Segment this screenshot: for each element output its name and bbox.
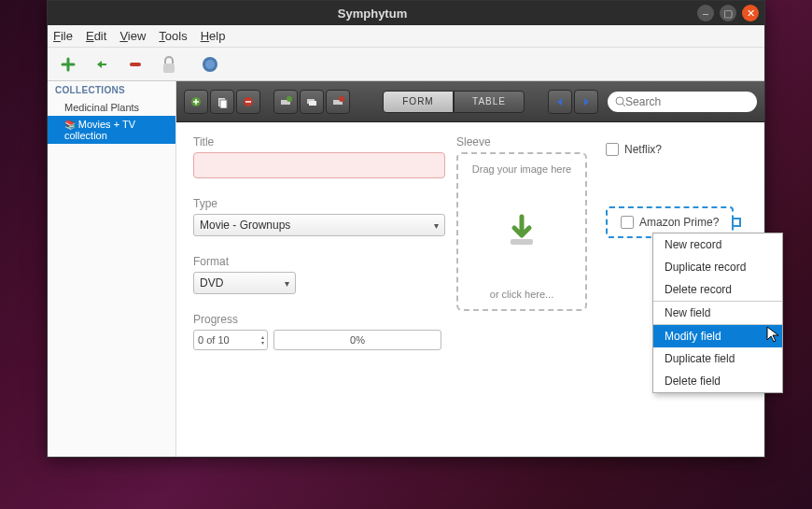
menu-edit[interactable]: Edit <box>86 29 106 43</box>
svg-point-3 <box>205 60 215 69</box>
svg-point-13 <box>339 96 344 102</box>
amazon-checkbox[interactable] <box>621 216 634 229</box>
resize-handle-icon[interactable] <box>732 218 741 227</box>
netflix-field[interactable]: Netflix? <box>606 143 662 156</box>
field-dup-icon[interactable] <box>300 90 324 114</box>
cursor-icon <box>766 326 779 343</box>
sleeve-hint-bottom: or click here... <box>490 289 553 300</box>
ctx-delete-record[interactable]: Delete record <box>653 278 782 301</box>
view-form-button[interactable]: FORM <box>383 91 454 113</box>
menu-view[interactable]: View <box>119 29 146 43</box>
menu-file[interactable]: File <box>53 29 73 43</box>
svg-rect-6 <box>220 100 227 108</box>
body: COLLECTIONS Medicinal Plants Movies + TV… <box>48 81 764 457</box>
minimize-button[interactable]: – <box>697 5 714 21</box>
progress-bar: 0% <box>273 330 441 350</box>
ctx-new-field[interactable]: New field <box>653 302 782 324</box>
sidebar: COLLECTIONS Medicinal Plants Movies + TV… <box>48 81 176 457</box>
sidebar-item-movies[interactable]: Movies + TV collection <box>48 116 175 144</box>
download-icon <box>503 213 540 250</box>
search-box[interactable] <box>608 92 757 112</box>
duplicate-icon[interactable] <box>89 51 115 78</box>
app-window: Symphytum – ▢ ✕ File Edit View Tools Hel… <box>47 0 765 458</box>
close-button[interactable]: ✕ <box>742 5 759 21</box>
menu-tools[interactable]: Tools <box>159 29 187 43</box>
netflix-checkbox[interactable] <box>606 143 619 156</box>
svg-rect-0 <box>130 63 141 66</box>
titlebar[interactable]: Symphytum – ▢ ✕ <box>48 1 764 25</box>
svg-rect-11 <box>309 101 316 106</box>
svg-point-14 <box>616 97 623 105</box>
title-input[interactable] <box>193 152 445 178</box>
ctx-modify-field[interactable]: Modify field <box>653 325 782 347</box>
svg-rect-1 <box>163 64 175 73</box>
amazon-label: Amazon Prime? <box>639 216 719 229</box>
sleeve-field: Sleeve Drag your image here or click her… <box>456 135 587 311</box>
window-title: Symphytum <box>53 7 692 21</box>
svg-rect-15 <box>511 239 533 245</box>
progress-spinner[interactable]: 0 of 10 <box>193 330 268 350</box>
sidebar-heading: COLLECTIONS <box>48 81 175 99</box>
sync-icon[interactable] <box>197 51 223 78</box>
field-del-icon[interactable] <box>326 90 350 114</box>
ctx-duplicate-record[interactable]: Duplicate record <box>653 256 782 278</box>
new-icon[interactable] <box>55 51 81 78</box>
record-toolbar: FORM TABLE <box>176 81 764 122</box>
maximize-button[interactable]: ▢ <box>720 5 736 21</box>
view-table-button[interactable]: TABLE <box>454 91 525 113</box>
netflix-label: Netflix? <box>624 143 662 156</box>
prev-record-button[interactable] <box>548 90 572 114</box>
delete-icon[interactable] <box>122 51 148 78</box>
sidebar-item-medicinal[interactable]: Medicinal Plants <box>48 99 175 116</box>
main-panel: FORM TABLE Title Type <box>176 81 764 457</box>
menubar: File Edit View Tools Help <box>48 25 764 48</box>
menu-help[interactable]: Help <box>201 29 226 43</box>
context-menu: New record Duplicate record Delete recor… <box>652 233 783 393</box>
lock-icon[interactable] <box>156 51 182 78</box>
type-combo[interactable]: Movie - Grownups <box>193 214 445 236</box>
sleeve-label: Sleeve <box>456 135 587 148</box>
record-new-icon[interactable] <box>184 90 208 114</box>
svg-point-9 <box>287 96 292 102</box>
ctx-delete-field[interactable]: Delete field <box>653 370 782 392</box>
ctx-duplicate-field[interactable]: Duplicate field <box>653 347 782 370</box>
view-toggle: FORM TABLE <box>383 91 525 113</box>
search-icon <box>615 96 625 107</box>
record-delete-icon[interactable] <box>236 90 260 114</box>
main-app-toolbar <box>48 48 764 81</box>
sleeve-hint-top: Drag your image here <box>472 163 571 175</box>
format-combo[interactable]: DVD <box>193 272 296 294</box>
next-record-button[interactable] <box>574 90 598 114</box>
record-duplicate-icon[interactable] <box>210 90 234 114</box>
ctx-new-record[interactable]: New record <box>653 233 782 256</box>
search-input[interactable] <box>625 95 749 108</box>
form-area: Title Type Movie - Grownups Format DVD P… <box>176 122 764 457</box>
sleeve-dropzone[interactable]: Drag your image here or click here... <box>456 152 587 311</box>
field-new-icon[interactable] <box>273 90 298 114</box>
